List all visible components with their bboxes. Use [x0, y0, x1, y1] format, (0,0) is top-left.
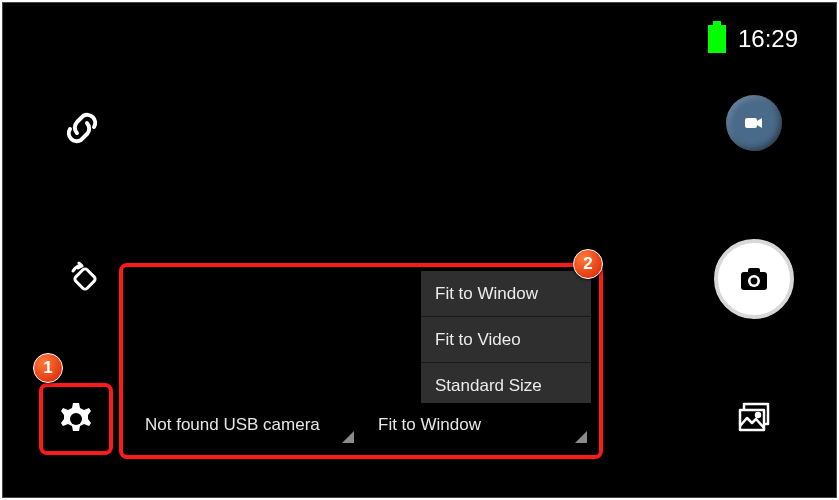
rotate-icon[interactable] [67, 261, 103, 297]
svg-point-1 [70, 413, 82, 425]
settings-panel: Fit to Window Fit to Video Standard Size… [119, 263, 603, 459]
gallery-button[interactable] [731, 395, 777, 441]
dropdown-item-fit-video[interactable]: Fit to Video [421, 317, 591, 363]
gallery-icon [732, 396, 776, 440]
fit-mode-spinner[interactable]: Fit to Window [364, 403, 591, 447]
annotation-badge-1: 1 [33, 353, 63, 383]
spinner-row: Not found USB camera Fit to Window [131, 403, 591, 447]
svg-rect-2 [745, 118, 757, 128]
annotation-badge-2: 2 [573, 249, 603, 279]
fit-mode-label: Fit to Window [378, 415, 481, 435]
svg-point-6 [751, 278, 758, 285]
fit-mode-dropdown: Fit to Window Fit to Video Standard Size [421, 271, 591, 409]
settings-button[interactable] [39, 383, 113, 455]
svg-rect-0 [74, 268, 97, 291]
shutter-button[interactable] [714, 239, 794, 319]
gear-icon [56, 399, 96, 439]
video-camera-icon [742, 111, 766, 135]
camera-icon [737, 262, 771, 296]
dropdown-item-fit-window[interactable]: Fit to Window [421, 271, 591, 317]
link-icon[interactable] [61, 107, 103, 149]
svg-rect-4 [748, 268, 760, 274]
spinner-caret-icon [575, 431, 587, 443]
svg-point-9 [756, 413, 760, 417]
record-video-button[interactable] [726, 95, 782, 151]
app-frame: 16:29 [2, 2, 837, 498]
camera-source-label: Not found USB camera [145, 415, 320, 435]
camera-source-spinner[interactable]: Not found USB camera [131, 403, 358, 447]
spinner-caret-icon [342, 431, 354, 443]
right-toolbar [714, 3, 794, 497]
